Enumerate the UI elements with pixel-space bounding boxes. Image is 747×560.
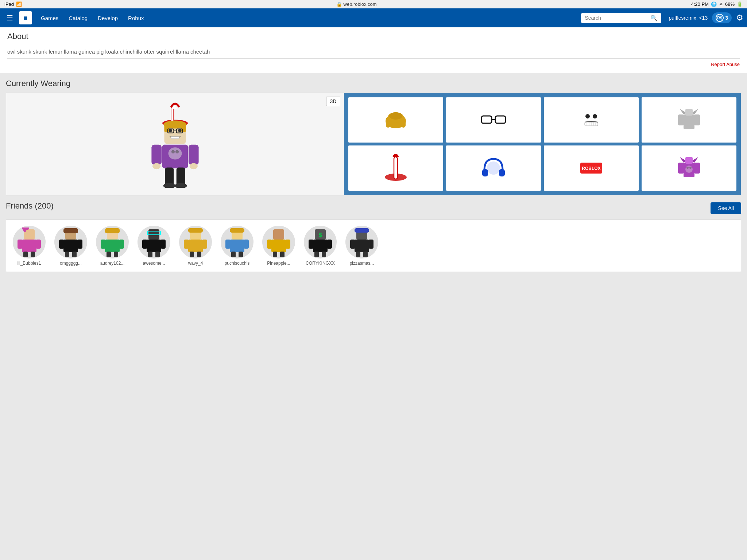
friend-avatar bbox=[138, 226, 170, 258]
svg-rect-101 bbox=[230, 240, 244, 252]
item-hat[interactable] bbox=[348, 145, 443, 191]
3d-button[interactable]: 3D bbox=[326, 97, 341, 106]
robux-button[interactable]: R$ 3 bbox=[712, 12, 732, 23]
svg-rect-112 bbox=[280, 252, 285, 257]
item-husky-shirt[interactable] bbox=[642, 145, 736, 191]
svg-rect-80 bbox=[105, 240, 120, 252]
svg-rect-69 bbox=[31, 252, 35, 257]
svg-rect-121 bbox=[355, 240, 369, 252]
about-title: About bbox=[7, 32, 740, 41]
svg-rect-84 bbox=[114, 252, 118, 257]
search-bar[interactable]: 🔍 bbox=[581, 13, 661, 23]
svg-rect-71 bbox=[23, 228, 26, 232]
friend-item[interactable]: Pineapple... bbox=[259, 226, 299, 266]
settings-gear-icon[interactable]: ⚙ bbox=[736, 13, 743, 23]
svg-rect-122 bbox=[350, 240, 355, 249]
wearing-items-grid: ROBLOX bbox=[344, 93, 741, 195]
logo-icon: ■ bbox=[24, 14, 28, 22]
svg-marker-59 bbox=[692, 157, 698, 163]
hat-svg bbox=[383, 153, 409, 183]
friend-item[interactable]: pizzasmas... bbox=[342, 226, 382, 266]
svg-point-63 bbox=[689, 167, 692, 169]
svg-rect-57 bbox=[694, 163, 700, 174]
svg-marker-46 bbox=[692, 109, 698, 114]
avatar-display: 3D bbox=[6, 93, 344, 195]
status-right: 4:20 PM 🌐 ✳ 68% 🔋 bbox=[691, 1, 743, 7]
svg-rect-60 bbox=[685, 157, 693, 164]
svg-rect-102 bbox=[225, 240, 231, 249]
username-label: pufflesremix: <13 bbox=[669, 15, 708, 21]
svg-rect-78 bbox=[63, 228, 78, 233]
svg-rect-17 bbox=[189, 145, 199, 165]
friends-title: Friends (200) bbox=[6, 201, 54, 211]
item-headphones[interactable] bbox=[446, 145, 541, 191]
item-cap[interactable]: ROBLOX bbox=[544, 145, 639, 191]
search-input[interactable] bbox=[585, 15, 648, 21]
svg-rect-77 bbox=[72, 252, 77, 257]
friend-item[interactable]: lil_Bubbles1 bbox=[9, 226, 49, 266]
svg-rect-98 bbox=[197, 252, 201, 257]
svg-rect-47 bbox=[685, 109, 693, 116]
svg-rect-89 bbox=[160, 240, 166, 249]
svg-rect-103 bbox=[244, 240, 249, 249]
svg-point-6 bbox=[169, 129, 172, 132]
see-all-button[interactable]: See All bbox=[711, 202, 741, 214]
friends-header: Friends (200) See All bbox=[6, 201, 741, 215]
svg-rect-66 bbox=[18, 240, 23, 249]
svg-rect-5 bbox=[181, 125, 186, 132]
nav-robux[interactable]: Robux bbox=[124, 13, 148, 23]
svg-rect-44 bbox=[694, 114, 700, 125]
svg-rect-82 bbox=[119, 240, 124, 249]
svg-rect-95 bbox=[184, 240, 189, 249]
svg-point-14 bbox=[171, 150, 175, 153]
svg-rect-30 bbox=[495, 116, 506, 123]
friend-avatar bbox=[13, 226, 46, 258]
svg-marker-45 bbox=[680, 109, 686, 114]
about-section: About owl skunk skunk lemur llama guinea… bbox=[0, 27, 747, 73]
svg-rect-110 bbox=[285, 240, 290, 249]
roblox-logo[interactable]: ■ bbox=[19, 11, 32, 24]
friend-avatar bbox=[179, 226, 212, 258]
svg-rect-115 bbox=[309, 240, 314, 249]
report-abuse-button[interactable]: Report Abuse bbox=[7, 59, 740, 67]
svg-rect-76 bbox=[65, 252, 69, 257]
friend-item[interactable]: wavy_4 bbox=[175, 226, 216, 266]
friend-item[interactable]: awesome... bbox=[134, 226, 174, 266]
friend-avatar bbox=[96, 226, 129, 258]
svg-point-35 bbox=[593, 114, 597, 118]
friend-name: lil_Bubbles1 bbox=[18, 261, 41, 266]
svg-rect-123 bbox=[368, 240, 374, 249]
status-center: 🔒 web.roblox.com bbox=[336, 1, 377, 7]
currently-wearing-section: Currently Wearing 3D bbox=[0, 73, 747, 195]
svg-rect-83 bbox=[107, 252, 111, 257]
svg-rect-67 bbox=[36, 240, 41, 249]
item-hair[interactable] bbox=[348, 97, 443, 143]
friend-item[interactable]: $ CORYKINGXX bbox=[300, 226, 340, 266]
friend-item[interactable]: audrey102... bbox=[92, 226, 132, 266]
svg-rect-27 bbox=[401, 117, 406, 128]
friend-item[interactable]: puchiscuchis bbox=[217, 226, 257, 266]
nav-develop[interactable]: Develop bbox=[93, 13, 122, 23]
hamburger-menu[interactable]: ☰ bbox=[4, 11, 16, 25]
item-glasses[interactable] bbox=[446, 97, 541, 143]
headphones-svg bbox=[481, 155, 506, 181]
search-icon[interactable]: 🔍 bbox=[650, 15, 658, 22]
nav-catalog[interactable]: Catalog bbox=[64, 13, 92, 23]
svg-rect-74 bbox=[59, 240, 64, 249]
svg-rect-91 bbox=[155, 252, 160, 257]
item-shirt[interactable] bbox=[642, 97, 736, 143]
nav-links: Games Catalog Develop Robux bbox=[36, 13, 148, 23]
svg-rect-29 bbox=[481, 116, 492, 123]
friends-title-text: Friends bbox=[6, 201, 32, 210]
svg-rect-43 bbox=[678, 114, 684, 125]
friend-item[interactable]: omggggg... bbox=[51, 226, 91, 266]
svg-point-22 bbox=[152, 163, 160, 170]
wearing-container: 3D bbox=[6, 93, 741, 195]
nav-games[interactable]: Games bbox=[36, 13, 63, 23]
item-face[interactable] bbox=[544, 97, 639, 143]
lock-icon: 🔒 bbox=[336, 1, 342, 7]
friend-avatar bbox=[54, 226, 87, 258]
friend-name: CORYKINGXX bbox=[306, 261, 335, 266]
svg-rect-111 bbox=[273, 252, 277, 257]
svg-rect-26 bbox=[386, 117, 390, 128]
